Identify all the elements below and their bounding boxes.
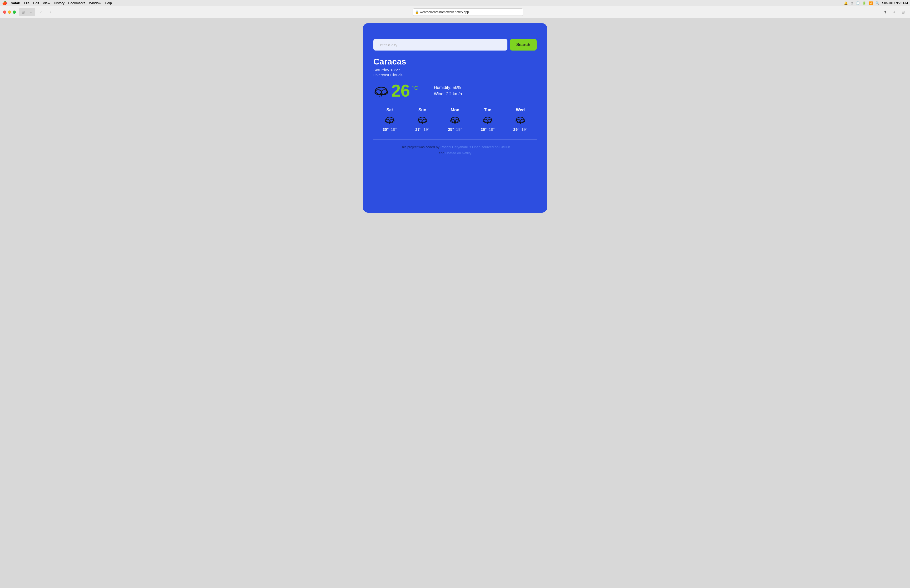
current-weather: 26 °C Humidity: 56% Wind: 7.2 km/h (373, 82, 537, 99)
search-icon[interactable]: 🔍 (876, 1, 879, 5)
forecast-temps-wed: 29° 19° (513, 127, 527, 132)
menubar: 🍎 Safari File Edit View History Bookmark… (0, 0, 910, 6)
maximize-button[interactable] (13, 11, 16, 14)
datetime-display: Sun Jul 7 9:23 PM (882, 1, 908, 5)
svg-point-24 (520, 123, 521, 124)
wind-label: Wind: (434, 92, 445, 96)
temperature-value: 26 (391, 82, 410, 99)
menu-edit[interactable]: Edit (33, 1, 39, 5)
humidity-value: 56% (453, 85, 461, 90)
main-content: Search Caracas Saturday 18:27 Overcast C… (0, 18, 910, 588)
forecast-day-name-sun: Sun (419, 108, 426, 112)
forecast-row: Sat 30° 19° Sun (373, 108, 537, 132)
tab-dropdown-button[interactable]: ⌄ (27, 8, 35, 16)
temp-section: 26 °C (373, 82, 418, 99)
menu-window[interactable]: Window (89, 1, 101, 5)
forecast-lo-sun: 19° (423, 127, 430, 132)
add-tab-button[interactable]: + (891, 8, 898, 16)
forecast-hi-wed: 29° (513, 127, 519, 132)
forecast-day-wed: Wed 29° 19° (504, 108, 537, 132)
forecast-day-name-sat: Sat (386, 108, 393, 112)
lock-icon: 🔒 (415, 10, 419, 14)
forecast-lo-mon: 19° (456, 127, 462, 132)
forecast-temps-mon: 25° 19° (448, 127, 462, 132)
forecast-day-name-tue: Tue (484, 108, 491, 112)
menu-help[interactable]: Help (105, 1, 112, 5)
forecast-day-tue: Tue 26° 19° (471, 108, 504, 132)
weather-stats: Humidity: 56% Wind: 7.2 km/h (434, 85, 462, 96)
notification-icon: 🔔 (844, 1, 848, 5)
apple-logo-icon[interactable]: 🍎 (2, 1, 7, 5)
browser-toolbar: ⊞ ⌄ ‹ › 🔒 weatherreact-homework.netlify.… (0, 6, 910, 18)
svg-point-3 (381, 95, 382, 97)
forecast-day-sun: Sun 27° 19° (406, 108, 439, 132)
close-button[interactable] (3, 11, 6, 14)
footer-author-link[interactable]: Roshni Daryanani (441, 145, 468, 149)
footer-netlify-link[interactable]: Hosted on Netlify (445, 151, 471, 155)
forecast-hi-sat: 30° (383, 127, 389, 132)
forecast-icon-sun (417, 115, 428, 124)
share-button[interactable]: ⬆ (882, 8, 889, 16)
menu-history[interactable]: History (54, 1, 64, 5)
humidity-stat: Humidity: 56% (434, 85, 462, 90)
menu-file[interactable]: File (24, 1, 29, 5)
forward-button[interactable]: › (47, 8, 54, 16)
svg-point-5 (386, 117, 394, 123)
sidebar-toggle-button[interactable]: ⊞ (19, 8, 27, 16)
minimize-button[interactable] (8, 11, 11, 14)
svg-point-4 (379, 96, 380, 97)
footer: This project was coded by Roshni Daryana… (373, 144, 537, 156)
forecast-icon-tue (482, 115, 493, 124)
divider (373, 139, 537, 140)
footer-github-text[interactable]: is Open-sourced on GitHub (469, 145, 510, 149)
svg-point-16 (454, 123, 456, 124)
menu-view[interactable]: View (43, 1, 50, 5)
forecast-icon-sat (385, 115, 395, 124)
forecast-day-name-mon: Mon (451, 108, 459, 112)
svg-point-21 (516, 117, 524, 123)
weather-card: Search Caracas Saturday 18:27 Overcast C… (363, 23, 547, 213)
forecast-icon-mon (450, 115, 460, 124)
svg-point-20 (487, 123, 488, 124)
forecast-lo-sat: 19° (391, 127, 397, 132)
menu-safari[interactable]: Safari (11, 1, 20, 5)
city-condition: Overcast Clouds (373, 73, 537, 77)
temperature-unit: °C (412, 85, 418, 91)
menubar-left: 🍎 Safari File Edit View History Bookmark… (2, 1, 112, 5)
forecast-lo-tue: 19° (489, 127, 495, 132)
battery-icon: 🔋 (862, 1, 866, 5)
menu-bookmarks[interactable]: Bookmarks (68, 1, 85, 5)
address-bar[interactable]: 🔒 weatherreact-homework.netlify.app (412, 8, 523, 16)
forecast-hi-mon: 25° (448, 127, 454, 132)
search-row: Search (373, 39, 537, 50)
wind-stat: Wind: 7.2 km/h (434, 92, 462, 96)
svg-point-8 (389, 123, 390, 124)
back-button[interactable]: ‹ (37, 8, 45, 16)
wifi-icon: 📶 (869, 1, 873, 5)
footer-line3: and (439, 151, 444, 155)
forecast-day-name-wed: Wed (516, 108, 525, 112)
traffic-lights (3, 11, 16, 14)
city-name: Caracas (373, 57, 537, 66)
svg-point-13 (451, 117, 459, 123)
wind-value: 7.2 km/h (446, 92, 462, 96)
toolbar-right: ⬆ + ⊟ (882, 8, 907, 16)
forecast-temps-tue: 26° 19° (480, 127, 495, 132)
city-input[interactable] (373, 39, 508, 50)
forecast-icon-wed (515, 115, 525, 124)
menubar-right: 🔔 ⊡ 🕐 🔋 📶 🔍 Sun Jul 7 9:23 PM (844, 1, 908, 5)
forecast-hi-sun: 27° (415, 127, 421, 132)
url-text: weatherreact-homework.netlify.app (420, 10, 469, 14)
forecast-hi-tue: 26° (480, 127, 487, 132)
clock-icon: 🕐 (856, 1, 860, 5)
forecast-temps-sun: 27° 19° (415, 127, 430, 132)
search-button[interactable]: Search (510, 39, 537, 50)
tabs-overview-button[interactable]: ⊟ (899, 8, 907, 16)
svg-point-17 (484, 117, 491, 123)
city-datetime: Saturday 18:27 (373, 68, 537, 72)
screen-icon: ⊡ (850, 1, 853, 5)
humidity-label: Humidity: (434, 85, 452, 90)
forecast-day-sat: Sat 30° 19° (373, 108, 406, 132)
footer-line1: This project was coded by (400, 145, 440, 149)
weather-icon-large (373, 84, 389, 97)
